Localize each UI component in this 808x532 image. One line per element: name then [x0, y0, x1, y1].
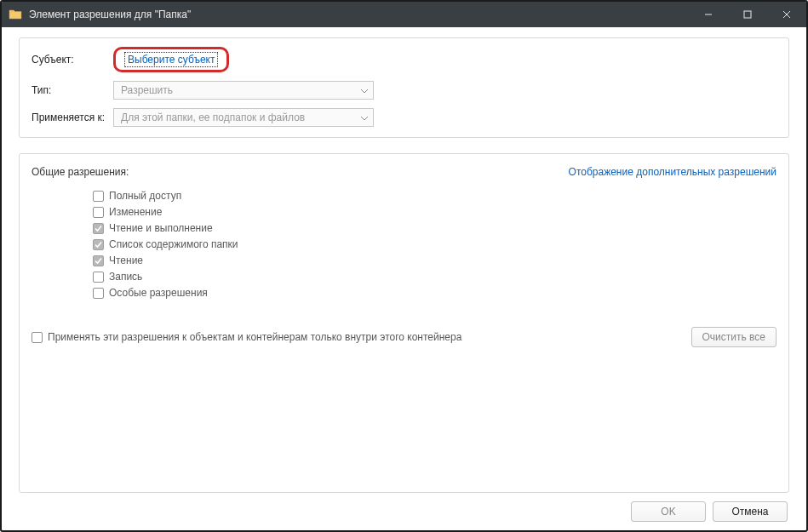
window-title: Элемент разрешения для "Папка": [29, 9, 689, 20]
permission-row: Запись: [93, 271, 776, 283]
applies-combo[interactable]: Для этой папки, ее подпапок и файлов: [113, 108, 374, 127]
applies-value: Для этой папки, ее подпапок и файлов: [121, 112, 305, 123]
permission-label: Запись: [109, 271, 142, 283]
permission-label: Полный доступ: [109, 190, 181, 202]
cancel-button[interactable]: Отмена: [713, 501, 788, 522]
ok-button[interactable]: OK: [631, 501, 706, 522]
permission-label: Список содержимого папки: [109, 238, 238, 250]
permission-row: Изменение: [93, 206, 776, 218]
maximize-button[interactable]: [728, 2, 767, 27]
folder-icon: [9, 8, 22, 21]
permission-checkbox[interactable]: [93, 207, 104, 218]
titlebar: Элемент разрешения для "Папка": [2, 2, 806, 27]
select-subject-link[interactable]: Выберите субъект: [128, 54, 215, 66]
type-value: Разрешить: [121, 84, 173, 96]
permission-row: Чтение и выполнение: [93, 222, 776, 234]
permission-row: Чтение: [93, 255, 776, 266]
permission-label: Особые разрешения: [109, 287, 208, 299]
permission-label: Изменение: [109, 206, 162, 218]
clear-all-button[interactable]: Очистить все: [691, 327, 776, 347]
permission-row: Полный доступ: [93, 190, 776, 202]
permission-checkbox[interactable]: [93, 288, 104, 299]
type-combo[interactable]: Разрешить: [113, 81, 374, 100]
close-button[interactable]: [767, 2, 806, 27]
chevron-down-icon: [361, 84, 368, 96]
chevron-down-icon: [361, 112, 368, 123]
permission-checkbox[interactable]: [93, 272, 104, 283]
permission-label: Чтение: [109, 255, 143, 266]
advanced-permissions-link[interactable]: Отображение дополнительных разрешений: [569, 166, 776, 178]
permission-row: Список содержимого папки: [93, 238, 776, 250]
permissions-list: Полный доступИзменениеЧтение и выполнени…: [93, 190, 776, 303]
subject-link-highlight: Выберите субъект: [113, 47, 229, 72]
only-container-label: Применять эти разрешения к объектам и ко…: [48, 331, 461, 343]
svg-rect-1: [744, 11, 751, 18]
type-label: Тип:: [32, 84, 113, 96]
dialog-footer: OK Отмена: [19, 493, 789, 530]
permission-checkbox[interactable]: [93, 223, 104, 234]
permission-row: Особые разрешения: [93, 287, 776, 299]
permissions-panel: Общие разрешения: Отображение дополнител…: [19, 153, 789, 493]
minimize-button[interactable]: [689, 2, 728, 27]
principal-panel: Субъект: Выберите субъект Тип: Разрешить…: [19, 37, 789, 138]
permission-checkbox[interactable]: [93, 191, 104, 202]
permission-checkbox[interactable]: [93, 239, 104, 250]
subject-label: Субъект:: [32, 54, 113, 66]
permissions-title: Общие разрешения:: [32, 166, 129, 178]
only-container-checkbox[interactable]: [32, 332, 43, 343]
permission-checkbox[interactable]: [93, 255, 104, 266]
permission-label: Чтение и выполнение: [109, 222, 213, 234]
applies-label: Применяется к:: [32, 112, 113, 123]
